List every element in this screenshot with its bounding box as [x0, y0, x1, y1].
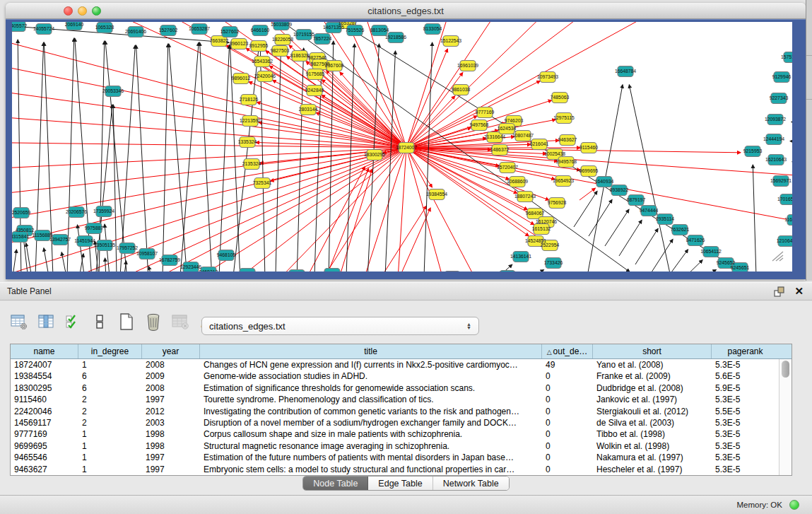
red-edge[interactable]: [307, 167, 365, 271]
table-row[interactable]: 946554611997Estimation of the future num…: [11, 452, 779, 463]
black-edge[interactable]: [619, 220, 642, 256]
black-edge[interactable]: [650, 239, 673, 271]
black-edge[interactable]: [526, 270, 544, 271]
black-edge[interactable]: [682, 260, 702, 271]
window-titlebar[interactable]: citations_edges.txt: [6, 3, 806, 19]
table-row[interactable]: 977716911998Corpus callosum shape and si…: [11, 428, 779, 440]
black-edge[interactable]: [792, 122, 792, 124]
black-edge[interactable]: [163, 44, 168, 271]
table-row[interactable]: 1872400712008Changes of HCN gene express…: [11, 359, 779, 370]
graph-node-teal[interactable]: [445, 271, 460, 272]
create-column-icon[interactable]: [117, 313, 136, 331]
black-edge[interactable]: [219, 45, 230, 271]
red-edge[interactable]: [271, 148, 406, 181]
column-header-name[interactable]: name: [11, 344, 78, 358]
red-edge[interactable]: [12, 148, 406, 255]
table-selector-dropdown[interactable]: citations_edges.txt ▲▼: [201, 317, 479, 335]
black-edge[interactable]: [120, 45, 135, 271]
red-edge[interactable]: [12, 148, 406, 199]
cell-title: Estimation of significance thresholds fo…: [200, 382, 542, 394]
graph-node-label: 9463627: [558, 137, 577, 142]
black-edge[interactable]: [148, 267, 152, 271]
red-edge[interactable]: [406, 73, 463, 148]
table-type-tabs: Node TableEdge TableNetwork Table: [0, 476, 812, 493]
black-edge[interactable]: [605, 209, 629, 246]
graph-node-teal[interactable]: [289, 270, 305, 272]
table-row[interactable]: 1456911722003Disruption of a novel membe…: [11, 417, 779, 428]
red-edge[interactable]: [269, 66, 406, 148]
black-edge[interactable]: [99, 41, 105, 271]
table-row[interactable]: 911546021997Tourette syndrome. Phenomeno…: [11, 394, 779, 405]
red-edge[interactable]: [406, 49, 447, 148]
delete-table-icon[interactable]: [171, 313, 189, 331]
red-edge[interactable]: [304, 148, 406, 271]
network-canvas[interactable]: 7663822896012389129551822605898275031654…: [12, 22, 792, 271]
vertical-scrollbar[interactable]: [779, 359, 792, 475]
column-header-in_degree[interactable]: in_degree: [78, 344, 142, 358]
black-edge[interactable]: [180, 42, 199, 271]
table-options-icon[interactable]: [10, 313, 28, 331]
cell-in_degree: 2: [78, 406, 142, 417]
sort-ascending-icon: △: [547, 349, 552, 356]
network-graph[interactable]: 7663822896012389129551822605898275031654…: [12, 22, 792, 271]
graph-node-label: 9245652: [717, 260, 736, 265]
black-edge[interactable]: [13, 250, 16, 271]
red-edge[interactable]: [406, 148, 495, 271]
cell-title: Embryonic stem cells: a model to study s…: [200, 464, 542, 475]
black-edge[interactable]: [629, 85, 671, 271]
column-header-year[interactable]: year: [142, 344, 200, 358]
red-edge[interactable]: [287, 56, 406, 148]
graph-node-label: 1405572: [12, 23, 27, 28]
graph-node-label: 3315841: [12, 234, 29, 239]
resize-grip-icon[interactable]: [771, 250, 784, 262]
black-edge[interactable]: [753, 165, 756, 271]
black-edge[interactable]: [77, 225, 85, 271]
cell-pagerank: 5.3E-5: [712, 452, 779, 463]
black-edge[interactable]: [346, 44, 355, 271]
black-edge[interactable]: [169, 44, 187, 271]
black-edge[interactable]: [698, 269, 716, 271]
table-row[interactable]: 969969511998Structural magnetic resonanc…: [11, 440, 779, 452]
black-edge[interactable]: [105, 41, 127, 271]
tab-edge-table[interactable]: Edge Table: [368, 477, 433, 490]
red-edge[interactable]: [579, 188, 595, 200]
black-edge[interactable]: [61, 252, 67, 271]
black-edge[interactable]: [276, 38, 281, 271]
column-header-out_de[interactable]: △out_de…: [542, 344, 593, 358]
graph-node-label: 18226058: [272, 37, 293, 42]
table-row[interactable]: 946362711997Embryonic stem cells: a mode…: [11, 464, 779, 475]
red-edge[interactable]: [316, 112, 406, 148]
graph-node-label: 2520659: [12, 210, 30, 215]
column-header-title[interactable]: title: [200, 344, 542, 358]
black-edge[interactable]: [574, 191, 597, 227]
black-edge[interactable]: [635, 228, 658, 264]
black-edge[interactable]: [44, 248, 49, 271]
close-panel-icon[interactable]: ✕: [794, 285, 804, 298]
graph-node-label: 7515526: [346, 28, 365, 33]
scrollbar-thumb[interactable]: [782, 361, 789, 378]
graph-node-label: 8186328: [290, 53, 310, 58]
table-row[interactable]: 1830029562008Estimation of significance …: [11, 382, 779, 394]
show-columns-icon[interactable]: [37, 313, 55, 331]
black-edge[interactable]: [790, 141, 792, 142]
red-edge[interactable]: [382, 206, 427, 271]
red-edge[interactable]: [353, 148, 406, 271]
delete-column-icon[interactable]: [144, 313, 163, 331]
column-header-short[interactable]: short: [593, 344, 712, 358]
graph-node-label: 8938922: [610, 187, 629, 192]
table-row[interactable]: 2242004622012Investigating the contribut…: [11, 406, 779, 417]
column-header-pagerank[interactable]: pagerank: [712, 344, 779, 358]
memory-ok-icon[interactable]: [789, 500, 799, 510]
cell-year: 1997: [142, 452, 200, 463]
tab-network-table[interactable]: Network Table: [433, 477, 509, 490]
tab-node-table[interactable]: Node Table: [303, 477, 368, 490]
table-row[interactable]: 1938455462009Genome-wide association stu…: [11, 370, 779, 382]
red-edge[interactable]: [396, 148, 406, 271]
cell-pagerank: 5.3E-5: [712, 359, 779, 370]
float-window-icon[interactable]: [774, 286, 785, 298]
black-edge[interactable]: [200, 42, 212, 271]
graph-node-teal[interactable]: [500, 271, 515, 272]
row-selection-icon[interactable]: [64, 313, 82, 331]
toggle-rows-icon[interactable]: [90, 313, 109, 331]
red-edge[interactable]: [12, 148, 406, 170]
